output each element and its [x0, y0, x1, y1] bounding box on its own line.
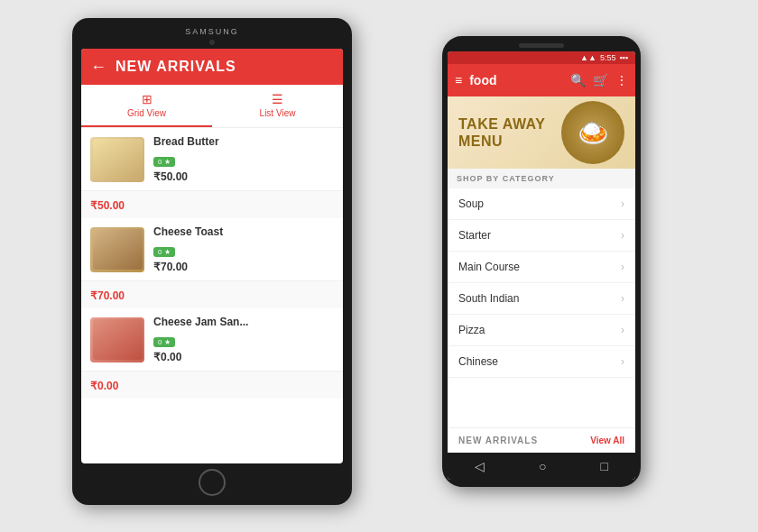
back-button[interactable]: ← — [90, 58, 106, 77]
scene: SAMSUNG ← NEW ARRIVALS ⊞ Grid View ☰ Lis… — [0, 0, 758, 532]
category-item-soup[interactable]: Soup › — [448, 188, 635, 220]
product-price: ₹50.00 — [153, 170, 334, 183]
phone-device: ▲▲ 5:55 ▪▪▪ ≡ food 🔍 🛒 ⋮ TAKE AWAY MENU — [442, 36, 641, 487]
tab-bar: ⊞ Grid View ☰ List View — [81, 85, 343, 128]
phone-toolbar: ≡ food 🔍 🛒 ⋮ — [448, 64, 635, 96]
tab-list-view[interactable]: ☰ List View — [212, 85, 343, 127]
back-nav-button[interactable]: ◁ — [475, 459, 485, 473]
time-display: 5:55 — [600, 53, 616, 62]
category-name: Pizza — [458, 324, 485, 336]
category-item-pizza[interactable]: Pizza › — [448, 315, 635, 346]
home-button[interactable] — [199, 469, 226, 496]
battery-indicator: ▪▪▪ — [619, 53, 628, 62]
promo-banner: TAKE AWAY MENU 🍛 — [448, 96, 635, 169]
product-badge: 0 ★ — [153, 337, 175, 347]
category-name: Soup — [458, 197, 484, 210]
phone-speaker — [519, 43, 564, 48]
category-item-south-indian[interactable]: South Indian › — [448, 283, 635, 315]
category-name: Starter — [458, 229, 491, 242]
product-name: Cheese Jam San... — [153, 316, 334, 328]
product-badge: 0 ★ — [153, 247, 175, 257]
product-image — [90, 137, 144, 182]
grid-icon: ⊞ — [142, 92, 153, 106]
chevron-right-icon: › — [621, 292, 624, 305]
category-item-chinese[interactable]: Chinese › — [448, 346, 635, 378]
view-all-button[interactable]: View All — [590, 436, 624, 445]
signal-indicator: ▲▲ — [580, 53, 596, 62]
banner-text: TAKE AWAY MENU — [458, 115, 545, 150]
hamburger-icon[interactable]: ≡ — [455, 73, 462, 87]
more-options-icon[interactable]: ⋮ — [615, 73, 628, 87]
product-item[interactable]: Cheese Toast 0 ★ ₹70.00 — [81, 218, 343, 281]
new-arrivals-label: NEW ARRIVALS — [458, 436, 538, 445]
product-info: Cheese Jam San... 0 ★ ₹0.00 — [153, 316, 334, 363]
home-nav-button[interactable]: ○ — [539, 459, 546, 473]
list-price: ₹0.00 — [90, 380, 118, 392]
new-arrivals-bar: NEW ARRIVALS View All — [448, 427, 635, 453]
product-info: Cheese Toast 0 ★ ₹70.00 — [153, 225, 334, 273]
list-price: ₹50.00 — [90, 199, 125, 212]
chevron-right-icon: › — [621, 355, 624, 368]
search-icon[interactable]: 🔍 — [570, 73, 586, 87]
price-row: ₹0.00 — [81, 371, 343, 399]
product-item[interactable]: Cheese Jam San... 0 ★ ₹0.00 — [81, 308, 343, 371]
tablet-toolbar: ← NEW ARRIVALS — [81, 49, 343, 85]
chevron-right-icon: › — [621, 324, 624, 336]
list-icon: ☰ — [272, 92, 283, 106]
product-badge: 0 ★ — [153, 157, 175, 167]
product-name: Bread Butter — [153, 135, 334, 148]
recent-nav-button[interactable]: □ — [601, 459, 608, 473]
tablet-brand: SAMSUNG — [185, 27, 239, 36]
category-section-header: SHOP BY CATEGORY — [448, 169, 635, 188]
tablet-device: SAMSUNG ← NEW ARRIVALS ⊞ Grid View ☰ Lis… — [72, 18, 352, 505]
product-info: Bread Butter 0 ★ ₹50.00 — [153, 135, 334, 183]
category-list: Soup › Starter › Main Course › South Ind… — [448, 188, 635, 427]
category-name: South Indian — [458, 292, 519, 305]
chevron-right-icon: › — [621, 197, 624, 210]
list-price: ₹70.00 — [90, 289, 125, 302]
product-item[interactable]: Bread Butter 0 ★ ₹50.00 — [81, 128, 343, 191]
toolbar-actions: 🔍 🛒 ⋮ — [570, 73, 628, 87]
product-image — [90, 227, 144, 272]
category-name: Main Course — [458, 261, 520, 273]
cart-icon[interactable]: 🛒 — [593, 73, 608, 87]
tablet-page-title: NEW ARRIVALS — [116, 59, 236, 75]
tablet-screen: ← NEW ARRIVALS ⊞ Grid View ☰ List View — [81, 49, 343, 463]
tab-grid-view[interactable]: ⊞ Grid View — [81, 85, 212, 127]
status-bar: ▲▲ 5:55 ▪▪▪ — [448, 51, 635, 64]
category-name: Chinese — [458, 355, 498, 368]
price-row: ₹70.00 — [81, 281, 343, 308]
product-price: ₹0.00 — [153, 351, 334, 363]
category-item-main-course[interactable]: Main Course › — [448, 252, 635, 283]
category-item-starter[interactable]: Starter › — [448, 220, 635, 252]
price-row: ₹50.00 — [81, 191, 343, 218]
product-image — [90, 317, 144, 362]
product-name: Cheese Toast — [153, 225, 334, 238]
chevron-right-icon: › — [621, 229, 624, 242]
chevron-right-icon: › — [621, 261, 624, 273]
product-list: Bread Butter 0 ★ ₹50.00 ₹50.00 — [81, 128, 343, 463]
banner-food-image: 🍛 — [561, 101, 624, 164]
tablet-camera — [209, 40, 215, 45]
product-price: ₹70.00 — [153, 261, 334, 273]
phone-screen: ▲▲ 5:55 ▪▪▪ ≡ food 🔍 🛒 ⋮ TAKE AWAY MENU — [448, 51, 635, 480]
phone-nav-bar: ◁ ○ □ — [448, 453, 635, 480]
phone-app-title: food — [469, 73, 563, 87]
